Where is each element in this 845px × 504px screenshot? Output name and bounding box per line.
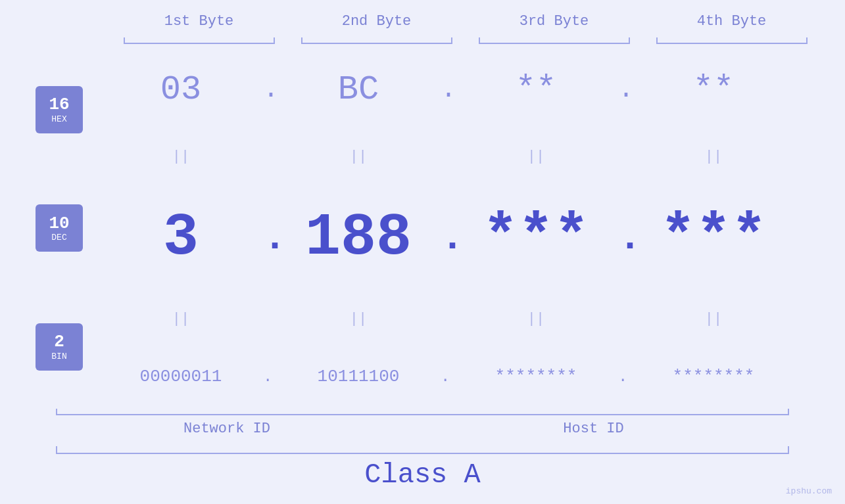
dec-values-row: 3 . 188 . *** . *** [92, 204, 845, 271]
network-host-labels: Network ID Host ID [43, 421, 802, 437]
bin-byte3: ******** [447, 367, 625, 386]
equals-row-1: || || || || [92, 149, 845, 165]
bin-byte4: ******** [625, 367, 802, 386]
dec-badge: 10 DEC [36, 204, 83, 252]
watermark: ipshu.com [786, 486, 832, 496]
values-area: 03 . BC . ** . ** || || [92, 44, 845, 413]
byte1-header: 1st Byte [110, 13, 288, 30]
equals-row-2: || || || || [92, 311, 845, 327]
bin-byte2: 10111100 [270, 367, 447, 386]
eq2-b3: || [447, 311, 625, 327]
hex-values-row: 03 . BC . ** . ** [92, 70, 845, 109]
byte4-header: 4th Byte [643, 13, 821, 30]
eq1-b1: || [92, 149, 270, 165]
bin-values-row: 00000011 . 10111100 . ******** . *******… [92, 367, 845, 386]
hex-byte4: ** [625, 70, 802, 109]
eq1-b4: || [625, 149, 802, 165]
main-container: 1st Byte 2nd Byte 3rd Byte 4th Byte [0, 0, 845, 504]
hex-byte3: ** [447, 70, 625, 109]
dec-byte4: *** [625, 204, 802, 271]
bracket-2 [288, 32, 466, 44]
host-id-label: Host ID [398, 421, 802, 437]
dec-byte1: 3 [92, 204, 270, 271]
eq2-b4: || [625, 311, 802, 327]
dec-byte2: 188 [270, 204, 447, 271]
hex-byte1: 03 [92, 70, 270, 109]
main-area: 16 HEX 10 DEC 2 BIN 03 . BC [0, 44, 845, 413]
bin-badge: 2 BIN [36, 323, 83, 371]
byte3-header: 3rd Byte [466, 13, 643, 30]
hex-byte2: BC [270, 70, 447, 109]
byte2-header: 2nd Byte [288, 13, 466, 30]
bracket-3 [466, 32, 643, 44]
eq2-b2: || [270, 311, 447, 327]
eq1-b3: || [447, 149, 625, 165]
bin-byte1: 00000011 [92, 367, 270, 386]
header-brackets [43, 32, 845, 44]
badges-column: 16 HEX 10 DEC 2 BIN [0, 44, 92, 413]
big-bracket [43, 444, 802, 454]
eq1-b2: || [270, 149, 447, 165]
network-id-label: Network ID [43, 421, 398, 437]
bracket-1 [110, 32, 288, 44]
bracket-4 [643, 32, 821, 44]
hex-badge: 16 HEX [36, 86, 83, 133]
byte-headers: 1st Byte 2nd Byte 3rd Byte 4th Byte [43, 0, 845, 30]
dec-byte3: *** [447, 204, 625, 271]
bottom-section: Network ID Host ID Class A [43, 413, 845, 504]
eq2-b1: || [92, 311, 270, 327]
class-label: Class A [43, 459, 802, 491]
